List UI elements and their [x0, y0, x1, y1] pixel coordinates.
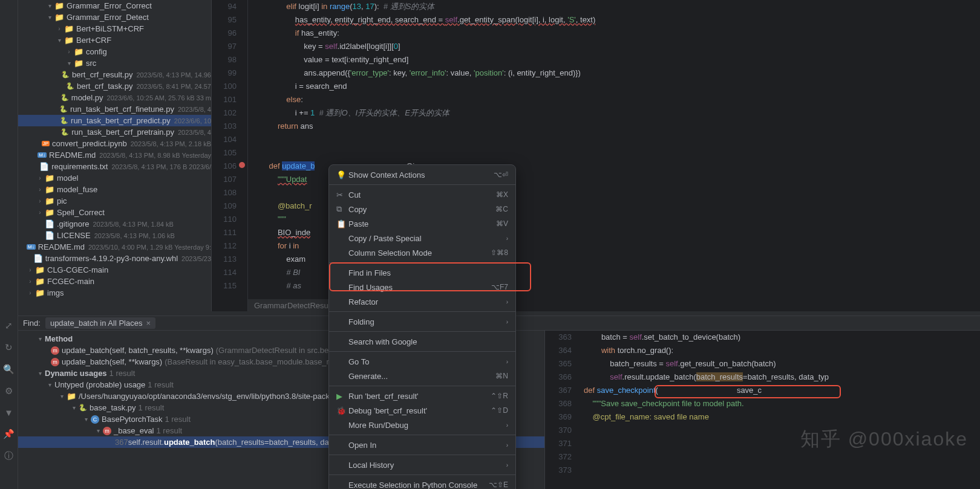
folder-icon: 📁 [74, 59, 83, 68]
python-icon: 🐍 [79, 404, 87, 412]
python-icon: 🐍 [60, 128, 69, 136]
python-icon: 🐍 [59, 105, 68, 113]
menu-copy-paste-special[interactable]: Copy / Paste Special› [329, 231, 515, 245]
expand-icon[interactable]: ⤢ [5, 320, 13, 331]
find-label: Find: [23, 319, 41, 328]
tree-item[interactable]: M↓README.md2023/5/10, 4:00 PM, 1.29 kB Y… [18, 241, 211, 253]
menu-local-history[interactable]: Local History› [329, 458, 515, 472]
method-icon: m [51, 346, 59, 355]
folder-icon: 📁 [45, 196, 54, 206]
tree-item[interactable]: ▾📁src [18, 57, 211, 69]
close-icon[interactable]: × [146, 319, 151, 328]
search-icon[interactable]: 🔍 [3, 364, 15, 375]
tree-item[interactable]: ▾📁Grammar_Error_Correct [18, 0, 211, 11]
python-icon: 🐍 [61, 71, 70, 79]
folder-icon: 📁 [45, 173, 54, 183]
filter-icon[interactable]: ▼ [4, 407, 13, 418]
tree-item[interactable]: ›📁config [18, 46, 211, 57]
menu-more-run-debug[interactable]: More Run/Debug› [329, 418, 515, 432]
tree-item[interactable]: ›📁model [18, 172, 211, 184]
tree-item[interactable]: ›📁CLG-CGEC-main [18, 264, 211, 276]
tree-item[interactable]: ›📁Bert+BiLSTM+CRF [18, 23, 211, 34]
folder-icon: 📁 [45, 185, 54, 194]
tree-item[interactable]: ›📁FCGEC-main [18, 276, 211, 287]
highlight-usage [655, 385, 841, 398]
menu-copy[interactable]: ⧉Copy⌘C [329, 202, 515, 216]
folder-icon: 📁 [45, 208, 54, 217]
menu-show-context-actions[interactable]: 💡Show Context Actions⌥⏎ [329, 167, 515, 182]
folder-icon: 📁 [35, 277, 45, 286]
menu-folding[interactable]: Folding› [329, 314, 515, 329]
tree-item[interactable]: 📄.gitignore2023/5/8, 4:13 PM, 1.84 kB [18, 218, 211, 230]
menu-go-to[interactable]: Go To› [329, 354, 515, 369]
tree-item[interactable]: ›📁imgs [18, 287, 211, 299]
code-editor[interactable]: 9495969798991001011021031041051061071081… [212, 0, 980, 311]
tree-item[interactable]: ▾📁Grammar_Error_Detect [18, 11, 211, 23]
file-icon: 📄 [45, 231, 54, 240]
tree-item[interactable]: ›📁Spell_Correct [18, 207, 211, 218]
menu-refactor[interactable]: Refactor› [329, 294, 515, 309]
folder-icon: 📁 [54, 13, 64, 22]
pin-icon[interactable]: 📌 [3, 429, 15, 439]
folder-icon: 📁 [35, 265, 45, 274]
menu-column-selection-mode[interactable]: Column Selection Mode⇧⌘8 [329, 245, 515, 260]
menu-generate-[interactable]: Generate...⌘N [329, 369, 515, 383]
menu-execute-selection-in-python-console[interactable]: Execute Selection in Python Console⌥⇧E [329, 478, 515, 489]
markdown-icon: M↓ [38, 152, 47, 158]
tree-item[interactable]: 🐍bert_crf_result.py2023/5/8, 4:13 PM, 14… [18, 69, 211, 80]
file-icon: 📄 [45, 219, 54, 228]
folder-icon: 📁 [54, 1, 64, 10]
menu-run-bert-crf-result-[interactable]: ▶Run 'bert_crf_result'⌃⇧R [329, 389, 515, 403]
tree-item[interactable]: ›📁model_fuse [18, 184, 211, 195]
info-icon[interactable]: ⓘ [4, 450, 13, 462]
folder-icon: 📁 [67, 392, 76, 401]
highlight-find-usages [329, 262, 531, 291]
folder-icon: 📁 [35, 288, 45, 297]
python-icon: 🐍 [66, 82, 74, 90]
menu-debug-bert-crf-result-[interactable]: 🐞Debug 'bert_crf_result'⌃⇧D [329, 403, 515, 418]
tree-item[interactable]: ›📁pic [18, 195, 211, 207]
tree-item[interactable]: 🐍bert_crf_task.py2023/6/5, 8:41 PM, 24.5… [18, 80, 211, 92]
gear-icon[interactable]: ⚙ [5, 386, 13, 397]
markdown-icon: M↓ [27, 244, 36, 250]
left-toolbar: ⤢ ↻ 🔍 ⚙ ▼ 📌 ⓘ [0, 0, 18, 489]
watermark: 知乎 @000xiaoke [800, 426, 968, 453]
project-tree: ▾📁Grammar_Error_Correct▾📁Grammar_Error_D… [18, 0, 212, 311]
tree-item[interactable]: 🐍run_task_bert_crf_predict.py2023/6/6, 1… [18, 115, 211, 126]
tree-item[interactable]: 📄LICENSE2023/5/8, 4:13 PM, 1.06 kB [18, 230, 211, 241]
file-icon: 📄 [39, 162, 49, 171]
tree-item[interactable]: M↓README.md2023/5/8, 4:13 PM, 8.98 kB Ye… [18, 149, 211, 161]
breadcrumb-class[interactable]: GrammarDetectResult [254, 301, 332, 310]
tree-item[interactable]: 📄transformers-4.19.2-py3-none-any.whl202… [18, 253, 211, 264]
find-tab[interactable]: update_batch in All Places × [45, 317, 155, 329]
tree-item[interactable]: JPconvert_predict.ipynb2023/5/8, 4:13 PM… [18, 138, 211, 149]
folder-icon: 📁 [64, 36, 74, 45]
menu-paste[interactable]: 📋Paste⌘V [329, 216, 515, 231]
tree-item[interactable]: 🐍run_task_bert_crf_finetune.py2023/5/8, … [18, 103, 211, 115]
python-icon: 🐍 [60, 117, 68, 125]
folder-icon: 📁 [64, 24, 74, 33]
tree-item[interactable]: 🐍model.py2023/6/6, 10:25 AM, 25.76 kB 33… [18, 92, 211, 103]
menu-search-with-google[interactable]: Search with Google [329, 334, 515, 349]
tree-item[interactable]: ▾📁Bert+CRF [18, 34, 211, 46]
menu-cut[interactable]: ✂Cut⌘X [329, 187, 515, 202]
file-icon: 📄 [33, 254, 43, 263]
tree-item[interactable]: 🐍run_task_bert_crf_pretrain.py2023/5/8, … [18, 126, 211, 138]
find-preview: 363364365366367368369370371372373 batch … [544, 331, 980, 489]
python-icon: 🐍 [60, 94, 69, 102]
context-menu: 💡Show Context Actions⌥⏎✂Cut⌘X⧉Copy⌘C📋Pas… [328, 164, 516, 489]
class-icon: C [91, 415, 99, 424]
refresh-icon[interactable]: ↻ [5, 342, 13, 353]
folder-icon: 📁 [74, 47, 83, 56]
menu-open-in[interactable]: Open In› [329, 438, 515, 452]
tree-item[interactable]: 📄requirements.txt2023/5/8, 4:13 PM, 176 … [18, 161, 211, 172]
method-icon: m [103, 427, 111, 435]
jupyter-icon: JP [42, 141, 50, 146]
method-icon: m [51, 358, 59, 366]
